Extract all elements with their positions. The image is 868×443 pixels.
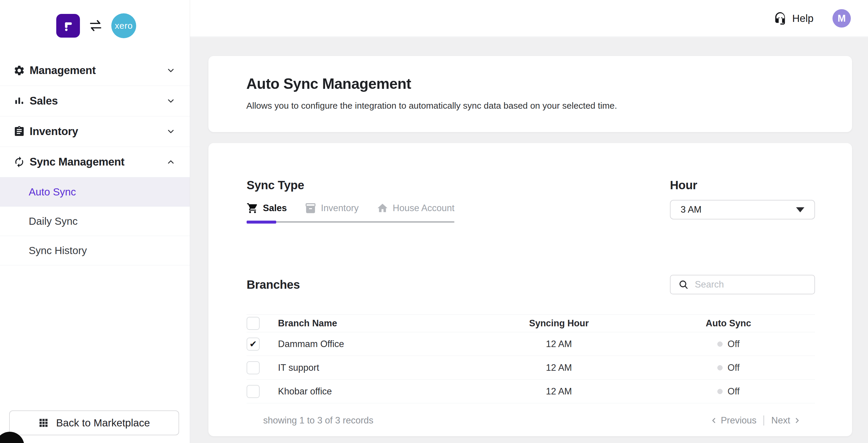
clipboard-icon — [13, 125, 25, 138]
page-header-card: Auto Sync Management Allows you to confi… — [209, 56, 852, 132]
branch-name-cell: Khobar office — [271, 386, 476, 397]
back-to-marketplace-button[interactable]: Back to Marketplace — [9, 410, 179, 435]
toggle-dot-icon — [717, 342, 723, 347]
sidebar-subitem-label: Auto Sync — [29, 186, 76, 198]
toggle-dot-icon — [717, 389, 723, 394]
help-label: Help — [792, 12, 813, 24]
sidebar-subitem-label: Sync History — [29, 245, 87, 257]
row-checkbox[interactable] — [247, 361, 260, 374]
bar-chart-icon — [13, 95, 25, 107]
next-label: Next — [771, 415, 790, 426]
avatar-initial: M — [838, 13, 846, 24]
branch-name-cell: IT support — [271, 362, 476, 373]
inventory-box-icon — [305, 202, 316, 214]
table-row: Khobar office 12 AM Off — [247, 380, 815, 403]
page-title: Auto Sync Management — [246, 75, 825, 93]
sidebar-subitem-daily-sync[interactable]: Daily Sync — [0, 207, 190, 236]
records-summary: showing 1 to 3 of 3 records — [247, 415, 373, 426]
syncing-hour-cell: 12 AM — [476, 362, 642, 373]
sidebar-subitem-label: Daily Sync — [29, 215, 78, 227]
branches-heading: Branches — [247, 277, 300, 292]
auto-sync-state: Off — [728, 362, 740, 373]
page-subtitle: Allows you to configure the integration … — [246, 100, 825, 111]
chevron-left-icon — [710, 416, 718, 425]
cart-icon — [247, 202, 258, 214]
branch-name-cell: Dammam Office — [271, 339, 476, 349]
auto-sync-state: Off — [728, 339, 740, 349]
integration-logos: xero — [0, 0, 190, 55]
sidebar-item-sales[interactable]: Sales — [0, 86, 190, 116]
sidebar-item-inventory[interactable]: Inventory — [0, 116, 190, 147]
table-footer: showing 1 to 3 of 3 records Previous Nex… — [247, 415, 815, 426]
sidebar-subitem-auto-sync[interactable]: Auto Sync — [0, 177, 190, 207]
sync-type-tabs: Sales Inventory House Acco — [247, 202, 455, 223]
chevron-up-icon — [166, 157, 176, 167]
row-checkbox[interactable]: ✔ — [247, 337, 260, 351]
branches-search — [670, 275, 815, 294]
pager-divider — [764, 415, 764, 425]
sync-type-block: Sync Type Sales Inv — [247, 178, 455, 223]
search-input[interactable] — [694, 279, 807, 290]
sync-config-card: Sync Type Sales Inv — [209, 143, 852, 436]
header-branch-name: Branch Name — [271, 318, 476, 329]
chevron-down-icon — [166, 96, 176, 106]
foodics-logo-icon — [56, 14, 80, 38]
tab-inventory[interactable]: Inventory — [305, 202, 359, 214]
sidebar-item-management[interactable]: Management — [0, 55, 190, 86]
sidebar: xero Management Sales Inventory — [0, 0, 190, 443]
table-row: ✔ Dammam Office 12 AM Off — [247, 332, 815, 356]
auto-sync-toggle[interactable]: Off — [717, 386, 740, 397]
sidebar-item-sync-management[interactable]: Sync Management — [0, 147, 190, 177]
caret-down-icon — [796, 207, 804, 212]
next-page-button[interactable]: Next — [771, 415, 801, 426]
auto-sync-state: Off — [728, 386, 740, 397]
sidebar-item-label: Sales — [30, 95, 58, 107]
grid-icon — [38, 417, 49, 428]
hour-heading: Hour — [670, 178, 815, 192]
search-icon — [678, 279, 689, 290]
toggle-dot-icon — [717, 365, 723, 371]
syncing-hour-cell: 12 AM — [476, 339, 642, 349]
user-avatar[interactable]: M — [833, 9, 851, 28]
auto-sync-toggle[interactable]: Off — [717, 362, 740, 373]
chevron-right-icon — [793, 416, 801, 425]
sync-icon — [13, 156, 25, 168]
previous-page-button[interactable]: Previous — [710, 415, 757, 426]
pagination: Previous Next — [710, 415, 815, 426]
previous-label: Previous — [721, 415, 757, 426]
table-header-row: Branch Name Syncing Hour Auto Sync — [247, 315, 815, 332]
foodics-glyph-icon — [61, 18, 75, 33]
gear-icon — [13, 64, 25, 77]
swap-arrows-icon — [89, 19, 103, 33]
hour-select-value: 3 AM — [681, 204, 702, 215]
sidebar-item-label: Inventory — [30, 125, 78, 138]
sidebar-item-label: Sync Management — [30, 156, 124, 168]
sync-type-heading: Sync Type — [247, 178, 455, 192]
auto-sync-toggle[interactable]: Off — [717, 339, 740, 349]
chevron-down-icon — [166, 127, 176, 136]
row-checkbox[interactable] — [247, 385, 260, 398]
xero-logo-icon: xero — [111, 13, 136, 38]
branches-table: Branch Name Syncing Hour Auto Sync ✔ Dam… — [247, 315, 815, 403]
tab-label: Inventory — [321, 203, 359, 213]
sidebar-item-label: Management — [30, 64, 96, 77]
back-to-marketplace-label: Back to Marketplace — [56, 417, 150, 429]
syncing-hour-cell: 12 AM — [476, 386, 642, 397]
select-all-checkbox[interactable] — [247, 317, 260, 330]
home-icon — [377, 202, 389, 214]
tab-sales[interactable]: Sales — [247, 202, 287, 214]
tab-label: House Account — [393, 203, 455, 213]
hour-select[interactable]: 3 AM — [670, 200, 815, 219]
chevron-down-icon — [166, 66, 176, 75]
xero-logo-text: xero — [115, 21, 133, 31]
app-root: xero Management Sales Inventory — [0, 0, 868, 443]
help-button[interactable]: Help — [774, 11, 813, 25]
hour-block: Hour 3 AM — [670, 178, 815, 219]
tab-house-account[interactable]: House Account — [377, 202, 455, 214]
headset-icon — [774, 11, 787, 25]
tabs-underline-track — [247, 221, 455, 223]
header-auto-sync: Auto Sync — [642, 318, 815, 329]
sidebar-subitem-sync-history[interactable]: Sync History — [0, 236, 190, 265]
header-syncing-hour: Syncing Hour — [476, 318, 642, 329]
active-tab-indicator — [247, 220, 276, 224]
